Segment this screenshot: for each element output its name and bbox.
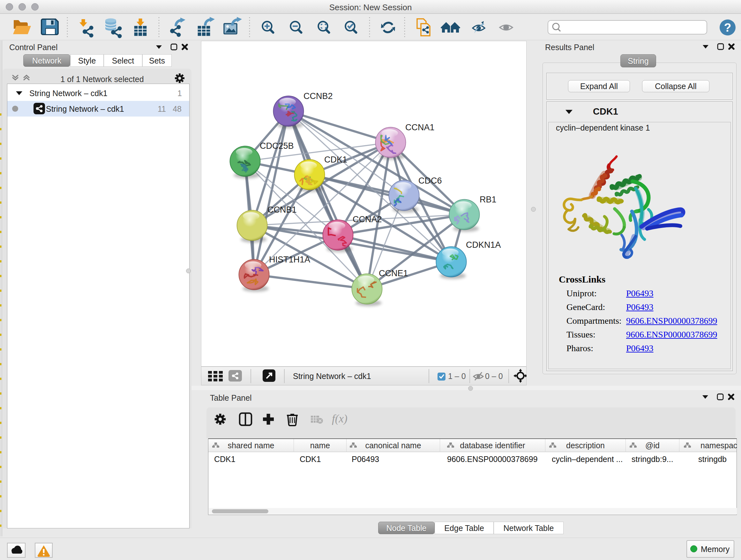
- svg-text:CDC25B: CDC25B: [260, 141, 294, 151]
- svg-text:CDC6: CDC6: [418, 176, 442, 186]
- svg-text:RB1: RB1: [480, 195, 496, 204]
- svg-text:CDK1: CDK1: [324, 155, 347, 165]
- svg-text:CCNE1: CCNE1: [379, 268, 408, 278]
- svg-text:?: ?: [724, 21, 731, 34]
- svg-text:CCNB1: CCNB1: [267, 205, 297, 214]
- svg-text:CCNA1: CCNA1: [405, 123, 434, 132]
- svg-text:CCNB2: CCNB2: [304, 91, 333, 101]
- svg-text:CDKN1A: CDKN1A: [466, 240, 501, 250]
- svg-text:HIST1H1A: HIST1H1A: [269, 255, 310, 264]
- svg-text:CCNA2: CCNA2: [353, 214, 382, 224]
